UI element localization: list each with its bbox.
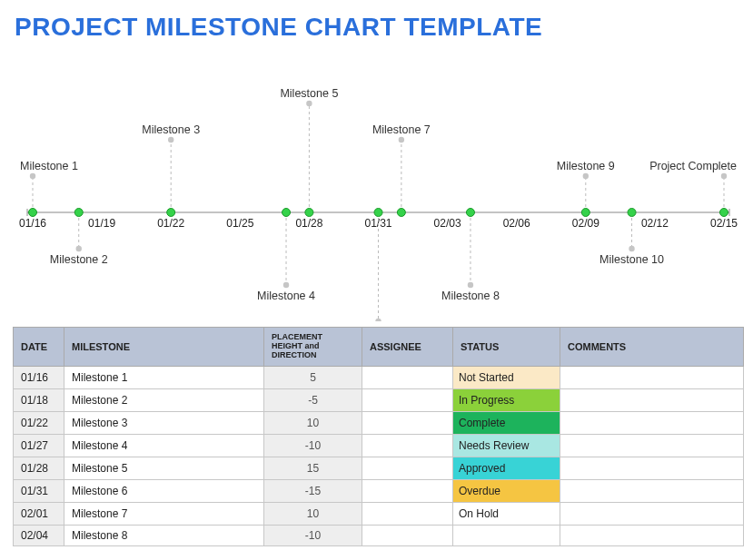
col-header-assignee: ASSIGNEE	[362, 328, 453, 367]
cell-status[interactable]: Needs Review	[453, 434, 560, 457]
cell-assignee[interactable]	[362, 388, 453, 411]
milestone-label: Milestone 8	[441, 290, 500, 302]
table-row: 01/16Milestone 15Not Started	[14, 366, 744, 388]
leader-end-dot	[306, 101, 312, 106]
leader-end-dot	[721, 173, 727, 179]
cell-milestone[interactable]: Milestone 2	[64, 388, 264, 411]
table-row: 01/31Milestone 6-15Overdue	[14, 479, 744, 502]
cell-milestone[interactable]: Milestone 5	[64, 457, 264, 479]
milestone-marker	[74, 209, 83, 217]
cell-assignee[interactable]	[362, 502, 453, 525]
cell-comments[interactable]	[560, 434, 744, 457]
cell-placement[interactable]: -10	[264, 525, 362, 545]
cell-assignee[interactable]	[362, 457, 453, 479]
table-row: 01/28Milestone 515Approved	[14, 457, 744, 479]
status-chip: On Hold	[453, 503, 560, 525]
milestone-label: Milestone 1	[20, 160, 78, 172]
milestone-marker	[720, 209, 728, 217]
page-title: PROJECT MILESTONE CHART TEMPLATE	[15, 13, 744, 42]
cell-date[interactable]: 01/16	[14, 366, 64, 388]
table-row: 02/04Milestone 8-10	[14, 525, 744, 545]
cell-comments[interactable]	[560, 525, 744, 545]
cell-status[interactable]	[453, 525, 560, 545]
leader-end-dot	[583, 173, 589, 179]
cell-milestone[interactable]: Milestone 4	[64, 434, 264, 457]
leader-end-dot	[375, 319, 381, 321]
cell-status[interactable]: Complete	[453, 411, 560, 434]
tick-label: 01/25	[226, 217, 253, 230]
status-chip: Needs Review	[453, 435, 560, 457]
cell-comments[interactable]	[560, 411, 744, 434]
tick-label: 01/19	[88, 217, 115, 230]
cell-comments[interactable]	[560, 366, 744, 388]
cell-comments[interactable]	[560, 457, 744, 479]
col-header-date: DATE	[14, 328, 64, 367]
table-row: 01/22Milestone 310Complete	[14, 411, 744, 434]
col-header-comments: COMMENTS	[560, 328, 744, 367]
milestone-marker	[628, 209, 636, 217]
col-header-status: STATUS	[453, 328, 560, 367]
milestone-marker	[581, 209, 590, 217]
status-chip: Complete	[453, 412, 560, 434]
milestone-label: Milestone 2	[50, 253, 108, 266]
leader-end-dot	[468, 282, 473, 288]
cell-comments[interactable]	[560, 388, 744, 411]
cell-placement[interactable]: 15	[264, 457, 362, 479]
cell-milestone[interactable]: Milestone 6	[64, 479, 264, 502]
milestone-marker	[466, 209, 474, 217]
milestone-label: Milestone 5	[280, 87, 338, 100]
cell-assignee[interactable]	[362, 525, 453, 545]
cell-date[interactable]: 02/01	[14, 502, 64, 525]
cell-date[interactable]: 02/04	[14, 525, 64, 545]
cell-date[interactable]: 01/28	[14, 457, 64, 479]
cell-status[interactable]: In Progress	[453, 388, 560, 411]
cell-date[interactable]: 01/31	[14, 479, 64, 502]
tick-label: 02/03	[434, 217, 461, 230]
cell-assignee[interactable]	[362, 434, 453, 457]
table-row: 01/18Milestone 2-5In Progress	[14, 388, 744, 411]
cell-milestone[interactable]: Milestone 7	[64, 502, 264, 525]
cell-milestone[interactable]: Milestone 3	[64, 411, 264, 434]
milestone-marker	[374, 209, 382, 217]
leader-end-dot	[283, 282, 289, 288]
cell-placement[interactable]: 5	[264, 366, 362, 388]
cell-status[interactable]: On Hold	[453, 502, 560, 525]
cell-assignee[interactable]	[362, 479, 453, 502]
table-row: 01/27Milestone 4-10Needs Review	[14, 434, 744, 457]
tick-label: 02/15	[710, 217, 738, 230]
status-chip	[453, 524, 560, 544]
cell-placement[interactable]: -15	[264, 479, 362, 502]
tick-label: 01/22	[157, 217, 184, 230]
milestone-chart: 01/1601/1901/2201/2501/2801/3102/0302/06…	[13, 49, 744, 321]
cell-date[interactable]: 01/22	[14, 411, 64, 434]
milestone-marker	[167, 209, 175, 217]
cell-milestone[interactable]: Milestone 8	[64, 525, 264, 545]
cell-status[interactable]: Overdue	[453, 479, 560, 502]
cell-placement[interactable]: 10	[264, 411, 362, 434]
chart-svg: 01/1601/1901/2201/2501/2801/3102/0302/06…	[13, 49, 744, 321]
cell-placement[interactable]: -10	[264, 434, 362, 457]
cell-milestone[interactable]: Milestone 1	[64, 366, 264, 388]
table-header-row: DATE MILESTONE PLACEMENT HEIGHT and DIRE…	[14, 328, 744, 367]
milestone-label: Milestone 7	[372, 123, 431, 136]
cell-placement[interactable]: 10	[264, 502, 362, 525]
tick-label: 02/06	[503, 217, 530, 230]
cell-status[interactable]: Approved	[453, 457, 560, 479]
leader-end-dot	[76, 246, 82, 251]
cell-comments[interactable]	[560, 502, 744, 525]
cell-assignee[interactable]	[362, 411, 453, 434]
cell-assignee[interactable]	[362, 366, 453, 388]
cell-date[interactable]: 01/18	[14, 388, 64, 411]
col-header-milestone: MILESTONE	[64, 328, 264, 367]
tick-label: 02/09	[572, 217, 599, 230]
cell-comments[interactable]	[560, 479, 744, 502]
status-chip: In Progress	[453, 389, 560, 411]
cell-status[interactable]: Not Started	[453, 366, 560, 388]
leader-end-dot	[168, 137, 173, 142]
leader-end-dot	[30, 173, 35, 179]
leader-end-dot	[399, 137, 404, 142]
milestone-label: Milestone 4	[257, 290, 315, 302]
tick-label: 02/12	[641, 217, 669, 230]
cell-date[interactable]: 01/27	[14, 434, 64, 457]
cell-placement[interactable]: -5	[264, 388, 362, 411]
